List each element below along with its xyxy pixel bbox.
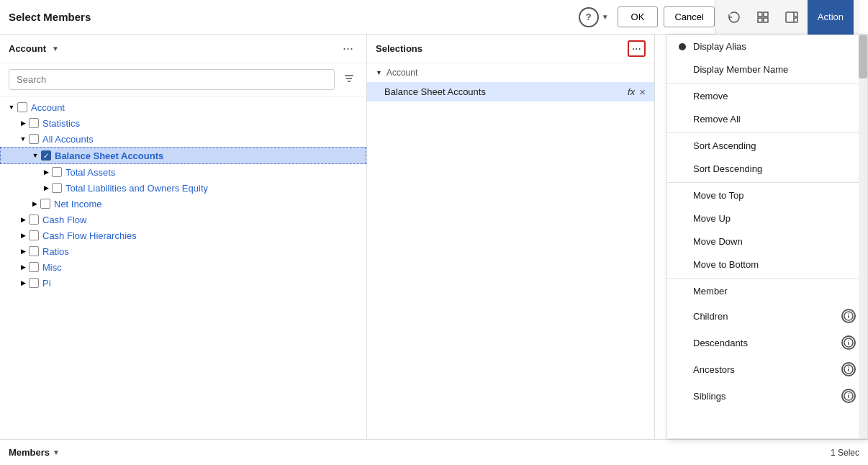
menu-item-sort-descending[interactable]: Sort Descending bbox=[667, 158, 867, 181]
account-title-dropdown[interactable]: Account ▼ bbox=[9, 43, 59, 54]
cancel-button[interactable]: Cancel bbox=[664, 6, 714, 27]
label-total-liabilities: Total Liabilities and Owners Equity bbox=[65, 183, 208, 194]
expand-balance-sheet[interactable]: ▼ bbox=[30, 150, 41, 161]
selections-title: Selections bbox=[376, 43, 422, 54]
fx-button[interactable]: fx bbox=[628, 86, 635, 97]
menu-item-remove-all[interactable]: Remove All bbox=[667, 108, 867, 131]
label-ratios: Ratios bbox=[42, 246, 69, 257]
checkbox-balance-sheet[interactable] bbox=[41, 150, 51, 161]
expand-total-assets[interactable]: ▶ bbox=[40, 166, 52, 178]
menu-label-siblings: Siblings bbox=[693, 391, 726, 402]
checkbox-all-accounts[interactable] bbox=[29, 134, 39, 144]
menu-item-children[interactable]: Children bbox=[667, 303, 867, 330]
menu-label-move-down: Move Down bbox=[693, 236, 743, 247]
menu-item-remove[interactable]: Remove bbox=[667, 85, 867, 108]
svg-rect-2 bbox=[758, 18, 762, 22]
panel-icon-button[interactable] bbox=[779, 4, 805, 30]
label-pi: Pi bbox=[42, 278, 51, 289]
children-content: Children bbox=[679, 311, 841, 322]
tree-item-total-liabilities[interactable]: ▶ Total Liabilities and Owners Equity bbox=[0, 180, 366, 196]
selections-account-row: ▼ Account bbox=[367, 63, 654, 82]
selections-header: Selections ··· bbox=[367, 35, 654, 63]
info-icon-svg4 bbox=[843, 390, 854, 402]
menu-item-display-member-name[interactable]: Display Member Name bbox=[667, 58, 867, 81]
members-label: Members bbox=[9, 447, 50, 458]
left-panel: Account ▼ ··· ▼ Account bbox=[0, 35, 367, 439]
grid-icon-button[interactable] bbox=[750, 4, 776, 30]
selections-more-button[interactable]: ··· bbox=[628, 40, 646, 57]
checkbox-pi[interactable] bbox=[29, 278, 39, 288]
expand-net-income[interactable]: ▶ bbox=[29, 198, 40, 209]
checkbox-account[interactable] bbox=[17, 102, 27, 112]
menu-item-siblings[interactable]: Siblings bbox=[667, 383, 867, 410]
tree-item-statistics[interactable]: ▶ Statistics bbox=[0, 115, 366, 131]
top-bar: Select Members ? ▼ OK Cancel bbox=[0, 0, 868, 35]
left-panel-more-button[interactable]: ··· bbox=[338, 40, 358, 58]
menu-item-display-alias[interactable]: Display Alias bbox=[667, 35, 867, 58]
label-balance-sheet: Balance Sheet Accounts bbox=[55, 150, 163, 161]
expand-all-accounts[interactable]: ▼ bbox=[17, 133, 29, 145]
label-all-accounts: All Accounts bbox=[42, 134, 94, 145]
expand-account[interactable]: ▼ bbox=[6, 101, 17, 113]
search-row bbox=[0, 63, 366, 96]
siblings-content: Siblings bbox=[679, 391, 841, 402]
refresh-icon-button[interactable] bbox=[721, 4, 747, 30]
ok-button[interactable]: OK bbox=[618, 6, 659, 27]
menu-scrollbar-thumb[interactable] bbox=[859, 35, 867, 78]
action-button[interactable]: Action bbox=[808, 0, 854, 35]
label-misc: Misc bbox=[42, 262, 62, 273]
tree-item-all-accounts[interactable]: ▼ All Accounts bbox=[0, 131, 366, 147]
dialog-title: Select Members bbox=[9, 11, 576, 23]
menu-divider-1 bbox=[667, 83, 867, 83]
selection-item-row[interactable]: Balance Sheet Accounts fx × bbox=[367, 82, 654, 101]
label-net-income: Net Income bbox=[54, 199, 101, 209]
top-bar-actions: ? ▼ OK Cancel bbox=[576, 4, 715, 30]
members-button[interactable]: Members ▼ bbox=[9, 447, 60, 458]
tree-item-account[interactable]: ▼ Account bbox=[0, 99, 366, 115]
children-info-icon[interactable] bbox=[841, 309, 856, 323]
left-panel-title: Account bbox=[9, 43, 46, 54]
ancestors-info-icon[interactable] bbox=[841, 362, 856, 376]
checkbox-cash-flow[interactable] bbox=[29, 215, 39, 225]
menu-item-descendants[interactable]: Descendants bbox=[667, 330, 867, 356]
siblings-info-icon[interactable] bbox=[841, 389, 856, 403]
tree-item-total-assets[interactable]: ▶ Total Assets bbox=[0, 164, 366, 180]
menu-item-sort-ascending[interactable]: Sort Ascending bbox=[667, 135, 867, 158]
menu-item-move-down[interactable]: Move Down bbox=[667, 230, 867, 253]
menu-item-move-to-bottom[interactable]: Move to Bottom bbox=[667, 253, 867, 276]
descendants-info-icon[interactable] bbox=[841, 335, 856, 350]
expand-total-liabilities[interactable]: ▶ bbox=[40, 182, 52, 194]
tree-item-cash-flow[interactable]: ▶ Cash Flow bbox=[0, 212, 366, 227]
menu-item-ancestors[interactable]: Ancestors bbox=[667, 356, 867, 383]
checkbox-cash-flow-hier[interactable] bbox=[29, 230, 39, 240]
expand-cash-flow[interactable]: ▶ bbox=[17, 214, 29, 225]
tree-item-net-income[interactable]: ▶ Net Income bbox=[0, 196, 366, 212]
expand-ratios[interactable]: ▶ bbox=[17, 245, 29, 257]
tree-item-ratios[interactable]: ▶ Ratios bbox=[0, 243, 366, 259]
checkbox-total-assets[interactable] bbox=[52, 167, 62, 177]
checkbox-total-liabilities[interactable] bbox=[52, 183, 62, 193]
tree-item-misc[interactable]: ▶ Misc bbox=[0, 259, 366, 275]
filter-button[interactable] bbox=[340, 70, 358, 89]
tree-item-balance-sheet[interactable]: ▼ Balance Sheet Accounts bbox=[0, 147, 366, 164]
descendants-content: Descendants bbox=[679, 338, 841, 348]
search-input[interactable] bbox=[9, 69, 335, 90]
checkbox-statistics[interactable] bbox=[29, 118, 39, 128]
menu-item-move-up[interactable]: Move Up bbox=[667, 207, 867, 230]
expand-misc[interactable]: ▶ bbox=[17, 261, 29, 273]
remove-item-button[interactable]: × bbox=[639, 86, 646, 98]
checkbox-misc[interactable] bbox=[29, 262, 39, 272]
menu-item-member[interactable]: Member bbox=[667, 280, 867, 303]
tree-item-pi[interactable]: ▶ Pi bbox=[0, 275, 366, 291]
checkbox-net-income[interactable] bbox=[40, 199, 50, 209]
menu-label-move-to-top: Move to Top bbox=[693, 190, 744, 201]
panel-icon bbox=[785, 10, 799, 24]
expand-statistics[interactable]: ▶ bbox=[17, 117, 29, 129]
checkbox-ratios[interactable] bbox=[29, 246, 39, 256]
tree-item-cash-flow-hier[interactable]: ▶ Cash Flow Hierarchies bbox=[0, 227, 366, 243]
help-button[interactable]: ? ▼ bbox=[576, 4, 612, 30]
menu-label-display-member-name: Display Member Name bbox=[693, 64, 788, 75]
expand-cash-flow-hier[interactable]: ▶ bbox=[17, 230, 29, 241]
menu-item-move-to-top[interactable]: Move to Top bbox=[667, 184, 867, 207]
expand-pi[interactable]: ▶ bbox=[17, 277, 29, 289]
